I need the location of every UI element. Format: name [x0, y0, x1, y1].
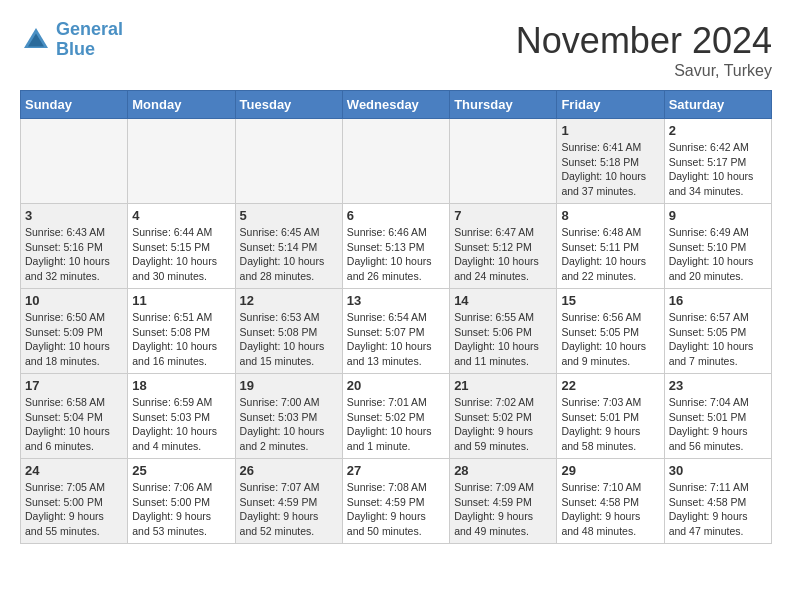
- day-number: 14: [454, 293, 552, 308]
- calendar-cell: 1Sunrise: 6:41 AM Sunset: 5:18 PM Daylig…: [557, 119, 664, 204]
- day-number: 18: [132, 378, 230, 393]
- calendar-cell: 12Sunrise: 6:53 AM Sunset: 5:08 PM Dayli…: [235, 289, 342, 374]
- week-row-3: 10Sunrise: 6:50 AM Sunset: 5:09 PM Dayli…: [21, 289, 772, 374]
- calendar-cell: 27Sunrise: 7:08 AM Sunset: 4:59 PM Dayli…: [342, 459, 449, 544]
- day-number: 9: [669, 208, 767, 223]
- day-number: 22: [561, 378, 659, 393]
- day-info: Sunrise: 6:53 AM Sunset: 5:08 PM Dayligh…: [240, 310, 338, 369]
- day-info: Sunrise: 7:10 AM Sunset: 4:58 PM Dayligh…: [561, 480, 659, 539]
- calendar-cell: [21, 119, 128, 204]
- day-info: Sunrise: 7:09 AM Sunset: 4:59 PM Dayligh…: [454, 480, 552, 539]
- calendar-cell: 22Sunrise: 7:03 AM Sunset: 5:01 PM Dayli…: [557, 374, 664, 459]
- day-info: Sunrise: 6:41 AM Sunset: 5:18 PM Dayligh…: [561, 140, 659, 199]
- calendar-cell: 30Sunrise: 7:11 AM Sunset: 4:58 PM Dayli…: [664, 459, 771, 544]
- day-number: 7: [454, 208, 552, 223]
- calendar-cell: 7Sunrise: 6:47 AM Sunset: 5:12 PM Daylig…: [450, 204, 557, 289]
- week-row-1: 1Sunrise: 6:41 AM Sunset: 5:18 PM Daylig…: [21, 119, 772, 204]
- day-info: Sunrise: 7:11 AM Sunset: 4:58 PM Dayligh…: [669, 480, 767, 539]
- calendar-cell: 11Sunrise: 6:51 AM Sunset: 5:08 PM Dayli…: [128, 289, 235, 374]
- day-info: Sunrise: 6:43 AM Sunset: 5:16 PM Dayligh…: [25, 225, 123, 284]
- day-number: 24: [25, 463, 123, 478]
- calendar-cell: 14Sunrise: 6:55 AM Sunset: 5:06 PM Dayli…: [450, 289, 557, 374]
- day-number: 10: [25, 293, 123, 308]
- day-number: 1: [561, 123, 659, 138]
- day-number: 20: [347, 378, 445, 393]
- location: Savur, Turkey: [516, 62, 772, 80]
- calendar-cell: 28Sunrise: 7:09 AM Sunset: 4:59 PM Dayli…: [450, 459, 557, 544]
- logo-general: General: [56, 19, 123, 39]
- day-info: Sunrise: 7:01 AM Sunset: 5:02 PM Dayligh…: [347, 395, 445, 454]
- weekday-header-row: SundayMondayTuesdayWednesdayThursdayFrid…: [21, 91, 772, 119]
- day-info: Sunrise: 6:49 AM Sunset: 5:10 PM Dayligh…: [669, 225, 767, 284]
- day-number: 29: [561, 463, 659, 478]
- weekday-header-monday: Monday: [128, 91, 235, 119]
- day-number: 16: [669, 293, 767, 308]
- day-info: Sunrise: 7:07 AM Sunset: 4:59 PM Dayligh…: [240, 480, 338, 539]
- weekday-header-friday: Friday: [557, 91, 664, 119]
- month-title: November 2024: [516, 20, 772, 62]
- day-info: Sunrise: 6:45 AM Sunset: 5:14 PM Dayligh…: [240, 225, 338, 284]
- day-info: Sunrise: 6:50 AM Sunset: 5:09 PM Dayligh…: [25, 310, 123, 369]
- day-info: Sunrise: 6:58 AM Sunset: 5:04 PM Dayligh…: [25, 395, 123, 454]
- calendar-cell: 29Sunrise: 7:10 AM Sunset: 4:58 PM Dayli…: [557, 459, 664, 544]
- day-info: Sunrise: 6:55 AM Sunset: 5:06 PM Dayligh…: [454, 310, 552, 369]
- day-number: 11: [132, 293, 230, 308]
- day-info: Sunrise: 7:03 AM Sunset: 5:01 PM Dayligh…: [561, 395, 659, 454]
- day-number: 17: [25, 378, 123, 393]
- day-number: 23: [669, 378, 767, 393]
- calendar-cell: 20Sunrise: 7:01 AM Sunset: 5:02 PM Dayli…: [342, 374, 449, 459]
- calendar-cell: 19Sunrise: 7:00 AM Sunset: 5:03 PM Dayli…: [235, 374, 342, 459]
- calendar-cell: 10Sunrise: 6:50 AM Sunset: 5:09 PM Dayli…: [21, 289, 128, 374]
- day-number: 27: [347, 463, 445, 478]
- day-number: 4: [132, 208, 230, 223]
- day-info: Sunrise: 7:06 AM Sunset: 5:00 PM Dayligh…: [132, 480, 230, 539]
- day-info: Sunrise: 6:48 AM Sunset: 5:11 PM Dayligh…: [561, 225, 659, 284]
- calendar-cell: 8Sunrise: 6:48 AM Sunset: 5:11 PM Daylig…: [557, 204, 664, 289]
- calendar-cell: 15Sunrise: 6:56 AM Sunset: 5:05 PM Dayli…: [557, 289, 664, 374]
- day-info: Sunrise: 7:02 AM Sunset: 5:02 PM Dayligh…: [454, 395, 552, 454]
- day-number: 3: [25, 208, 123, 223]
- calendar-cell: 6Sunrise: 6:46 AM Sunset: 5:13 PM Daylig…: [342, 204, 449, 289]
- title-block: November 2024 Savur, Turkey: [516, 20, 772, 80]
- day-info: Sunrise: 6:42 AM Sunset: 5:17 PM Dayligh…: [669, 140, 767, 199]
- day-number: 15: [561, 293, 659, 308]
- week-row-2: 3Sunrise: 6:43 AM Sunset: 5:16 PM Daylig…: [21, 204, 772, 289]
- day-info: Sunrise: 6:46 AM Sunset: 5:13 PM Dayligh…: [347, 225, 445, 284]
- calendar-cell: 26Sunrise: 7:07 AM Sunset: 4:59 PM Dayli…: [235, 459, 342, 544]
- day-number: 5: [240, 208, 338, 223]
- day-info: Sunrise: 6:57 AM Sunset: 5:05 PM Dayligh…: [669, 310, 767, 369]
- day-number: 8: [561, 208, 659, 223]
- calendar-cell: 13Sunrise: 6:54 AM Sunset: 5:07 PM Dayli…: [342, 289, 449, 374]
- calendar-cell: 24Sunrise: 7:05 AM Sunset: 5:00 PM Dayli…: [21, 459, 128, 544]
- calendar-cell: 9Sunrise: 6:49 AM Sunset: 5:10 PM Daylig…: [664, 204, 771, 289]
- calendar-cell: 16Sunrise: 6:57 AM Sunset: 5:05 PM Dayli…: [664, 289, 771, 374]
- logo-blue: Blue: [56, 39, 95, 59]
- day-info: Sunrise: 6:54 AM Sunset: 5:07 PM Dayligh…: [347, 310, 445, 369]
- day-info: Sunrise: 6:56 AM Sunset: 5:05 PM Dayligh…: [561, 310, 659, 369]
- calendar-cell: 17Sunrise: 6:58 AM Sunset: 5:04 PM Dayli…: [21, 374, 128, 459]
- calendar-cell: 3Sunrise: 6:43 AM Sunset: 5:16 PM Daylig…: [21, 204, 128, 289]
- day-number: 30: [669, 463, 767, 478]
- logo: General Blue: [20, 20, 123, 60]
- day-info: Sunrise: 6:44 AM Sunset: 5:15 PM Dayligh…: [132, 225, 230, 284]
- weekday-header-saturday: Saturday: [664, 91, 771, 119]
- calendar-cell: 2Sunrise: 6:42 AM Sunset: 5:17 PM Daylig…: [664, 119, 771, 204]
- day-info: Sunrise: 7:05 AM Sunset: 5:00 PM Dayligh…: [25, 480, 123, 539]
- logo-icon: [20, 24, 52, 56]
- day-number: 2: [669, 123, 767, 138]
- day-number: 12: [240, 293, 338, 308]
- week-row-5: 24Sunrise: 7:05 AM Sunset: 5:00 PM Dayli…: [21, 459, 772, 544]
- calendar-cell: [450, 119, 557, 204]
- day-info: Sunrise: 6:51 AM Sunset: 5:08 PM Dayligh…: [132, 310, 230, 369]
- calendar-cell: [342, 119, 449, 204]
- calendar-cell: 21Sunrise: 7:02 AM Sunset: 5:02 PM Dayli…: [450, 374, 557, 459]
- logo-text: General Blue: [56, 20, 123, 60]
- day-number: 13: [347, 293, 445, 308]
- calendar-cell: [128, 119, 235, 204]
- day-number: 26: [240, 463, 338, 478]
- day-number: 6: [347, 208, 445, 223]
- calendar-table: SundayMondayTuesdayWednesdayThursdayFrid…: [20, 90, 772, 544]
- weekday-header-sunday: Sunday: [21, 91, 128, 119]
- day-info: Sunrise: 6:47 AM Sunset: 5:12 PM Dayligh…: [454, 225, 552, 284]
- day-number: 28: [454, 463, 552, 478]
